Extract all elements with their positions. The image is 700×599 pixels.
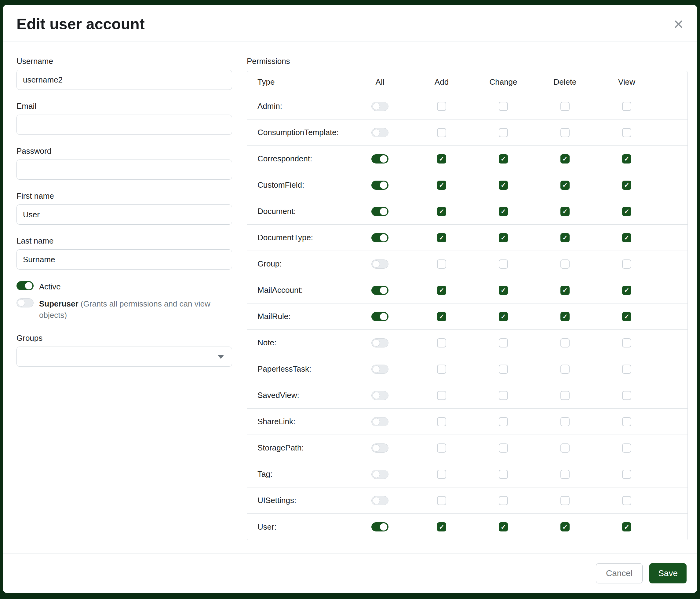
permission-add-checkbox[interactable] (437, 391, 446, 400)
permission-change-checkbox[interactable] (499, 470, 508, 479)
permissions-table: Type All Add Change Delete View Admin:Co… (247, 71, 688, 540)
permission-add-checkbox[interactable]: ✓ (437, 154, 446, 164)
permission-view-checkbox[interactable] (622, 128, 631, 137)
permission-view-checkbox[interactable] (622, 391, 631, 400)
permission-all-toggle[interactable] (371, 286, 389, 295)
permission-change-checkbox[interactable]: ✓ (499, 522, 508, 531)
permission-all-toggle[interactable] (371, 522, 389, 531)
permission-add-checkbox[interactable] (437, 496, 446, 505)
permission-all-toggle[interactable] (371, 470, 389, 479)
permission-change-checkbox[interactable]: ✓ (499, 154, 508, 164)
permission-all-toggle[interactable] (371, 444, 389, 453)
permission-add-checkbox[interactable] (437, 470, 446, 479)
close-icon[interactable]: × (673, 16, 683, 33)
permission-change-checkbox[interactable] (499, 128, 508, 137)
permission-view-checkbox[interactable]: ✓ (622, 181, 631, 190)
permission-all-toggle[interactable] (371, 128, 389, 137)
permission-delete-checkbox[interactable] (560, 128, 570, 137)
permission-view-checkbox[interactable] (622, 338, 631, 348)
permission-delete-checkbox[interactable] (560, 365, 570, 374)
permission-delete-checkbox[interactable] (560, 391, 570, 400)
permission-view-checkbox[interactable] (622, 365, 631, 374)
permission-change-checkbox[interactable] (499, 417, 508, 426)
permission-delete-checkbox[interactable] (560, 102, 570, 111)
permission-add-checkbox[interactable] (437, 128, 446, 137)
permission-all-toggle[interactable] (371, 181, 389, 190)
permission-add-checkbox[interactable] (437, 417, 446, 426)
permission-delete-checkbox[interactable] (560, 417, 570, 426)
permission-all-toggle[interactable] (371, 260, 389, 269)
active-toggle[interactable] (17, 281, 33, 290)
permission-add-checkbox[interactable]: ✓ (437, 286, 446, 295)
permission-change-checkbox[interactable] (499, 338, 508, 348)
permission-delete-checkbox[interactable]: ✓ (560, 207, 570, 216)
superuser-toggle[interactable] (17, 298, 33, 308)
permission-delete-checkbox[interactable]: ✓ (560, 312, 570, 321)
permission-change-checkbox[interactable] (499, 391, 508, 400)
permission-all-toggle[interactable] (371, 391, 389, 400)
permission-change-checkbox[interactable]: ✓ (499, 207, 508, 216)
permission-delete-checkbox[interactable]: ✓ (560, 233, 570, 242)
permission-all-toggle[interactable] (371, 417, 389, 426)
last-name-field[interactable] (17, 249, 232, 269)
permission-view-checkbox[interactable]: ✓ (622, 233, 631, 242)
first-name-field[interactable] (17, 205, 232, 224)
permission-view-checkbox[interactable]: ✓ (622, 286, 631, 295)
permission-change-checkbox[interactable]: ✓ (499, 181, 508, 190)
permission-change-checkbox[interactable]: ✓ (499, 286, 508, 295)
username-input[interactable] (17, 70, 232, 90)
permission-view-checkbox[interactable]: ✓ (622, 522, 631, 531)
permission-change-checkbox[interactable] (499, 260, 508, 269)
permission-add-checkbox[interactable] (437, 444, 446, 453)
permission-add-checkbox[interactable]: ✓ (437, 233, 446, 242)
permission-view-checkbox[interactable] (622, 470, 631, 479)
permission-add-checkbox[interactable] (437, 338, 446, 348)
permission-view-checkbox[interactable] (622, 417, 631, 426)
permission-delete-checkbox[interactable] (560, 496, 570, 505)
permission-view-checkbox[interactable]: ✓ (622, 207, 631, 216)
permission-change-checkbox[interactable]: ✓ (499, 233, 508, 242)
dialog-footer: Cancel Save (3, 553, 697, 593)
permission-change-checkbox[interactable] (499, 444, 508, 453)
permission-delete-checkbox[interactable]: ✓ (560, 286, 570, 295)
permission-all-toggle[interactable] (371, 102, 389, 111)
permission-view-checkbox[interactable] (622, 260, 631, 269)
permission-delete-checkbox[interactable] (560, 260, 570, 269)
save-button[interactable]: Save (649, 563, 686, 583)
permission-view-checkbox[interactable]: ✓ (622, 154, 631, 164)
permission-add-checkbox[interactable]: ✓ (437, 207, 446, 216)
password-field[interactable] (17, 160, 232, 180)
permission-all-toggle[interactable] (371, 338, 389, 348)
permission-view-checkbox[interactable] (622, 102, 631, 111)
permission-all-toggle[interactable] (371, 365, 389, 374)
permission-all-toggle[interactable] (371, 312, 389, 321)
permission-delete-checkbox[interactable]: ✓ (560, 522, 570, 531)
permission-all-toggle[interactable] (371, 207, 389, 216)
permission-view-checkbox[interactable]: ✓ (622, 312, 631, 321)
permission-view-checkbox[interactable] (622, 496, 631, 505)
column-header-view: View (596, 77, 657, 87)
permission-add-checkbox[interactable] (437, 260, 446, 269)
permission-all-toggle[interactable] (371, 154, 389, 164)
permission-delete-checkbox[interactable] (560, 338, 570, 348)
email-field[interactable] (17, 115, 232, 135)
permission-add-checkbox[interactable]: ✓ (437, 181, 446, 190)
permission-add-checkbox[interactable]: ✓ (437, 522, 446, 531)
permission-add-checkbox[interactable]: ✓ (437, 312, 446, 321)
permission-add-checkbox[interactable] (437, 365, 446, 374)
permission-all-toggle[interactable] (371, 233, 389, 242)
permission-change-checkbox[interactable] (499, 496, 508, 505)
permission-change-checkbox[interactable] (499, 365, 508, 374)
permission-all-toggle[interactable] (371, 496, 389, 505)
permission-delete-checkbox[interactable]: ✓ (560, 181, 570, 190)
permission-change-checkbox[interactable]: ✓ (499, 312, 508, 321)
permission-view-checkbox[interactable] (622, 444, 631, 453)
groups-select[interactable] (17, 346, 232, 367)
dialog-title: Edit user account (17, 15, 145, 33)
permission-delete-checkbox[interactable] (560, 470, 570, 479)
permission-delete-checkbox[interactable]: ✓ (560, 154, 570, 164)
permission-delete-checkbox[interactable] (560, 444, 570, 453)
permission-change-checkbox[interactable] (499, 102, 508, 111)
permission-add-checkbox[interactable] (437, 102, 446, 111)
cancel-button[interactable]: Cancel (596, 563, 643, 583)
